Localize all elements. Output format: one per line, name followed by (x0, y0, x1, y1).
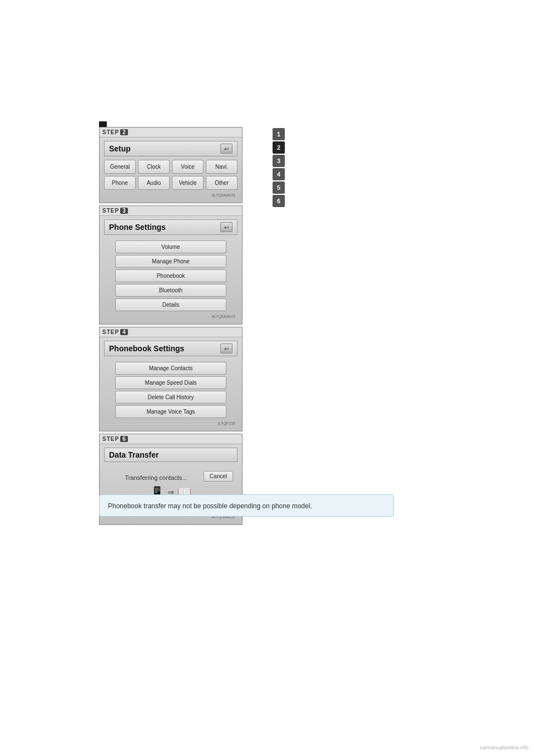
step4-panel: STEP 4 Phonebook Settings ↩ Manage Conta… (99, 327, 243, 431)
step6-title-bar: Data Transfer (104, 448, 238, 462)
info-text: Phonebook transfer may not be possible d… (108, 502, 312, 510)
step6-number: 6 (120, 436, 128, 442)
step6-prefix: STEP (102, 436, 119, 442)
phone-button[interactable]: Phone (104, 176, 136, 190)
step3-back-button[interactable]: ↩ (220, 222, 233, 232)
phone-settings-menu: Volume Manage Phone Phonebook Bluetooth … (104, 238, 238, 313)
step4-imgcode: ILYQF156 (104, 420, 238, 426)
step3-prefix: STEP (102, 208, 119, 214)
step2-label: STEP 2 (100, 127, 242, 138)
tab-2[interactable]: 2 (273, 141, 285, 154)
general-button[interactable]: General (104, 160, 136, 174)
step4-number: 4 (120, 329, 128, 335)
tab-4[interactable]: 4 (273, 168, 285, 180)
step2-content: Setup ↩ General Clock Voice Navi. Phone … (100, 138, 242, 203)
vehicle-button[interactable]: Vehicle (172, 176, 204, 190)
manage-speed-dials-button[interactable]: Manage Speed Dials (115, 376, 226, 389)
volume-button[interactable]: Volume (115, 240, 226, 253)
step2-panel: STEP 2 Setup ↩ General Clock Voice Navi.… (99, 127, 243, 203)
manage-phone-button[interactable]: Manage Phone (115, 255, 226, 268)
setup-grid: General Clock Voice Navi. Phone Audio Ve… (104, 160, 238, 190)
tab-3[interactable]: 3 (273, 155, 285, 167)
watermark: carmanualsonline.info (479, 745, 528, 750)
step2-title-bar: Setup ↩ (104, 141, 238, 156)
clock-button[interactable]: Clock (138, 160, 170, 174)
step6-label: STEP 6 (100, 434, 242, 444)
step3-content: Phone Settings ↩ Volume Manage Phone Pho… (100, 216, 242, 324)
manage-contacts-button[interactable]: Manage Contacts (115, 362, 226, 375)
manage-voice-tags-button[interactable]: Manage Voice Tags (115, 405, 226, 418)
phonebook-settings-menu: Manage Contacts Manage Speed Dials Delet… (104, 360, 238, 420)
tab-1[interactable]: 1 (273, 128, 285, 140)
delete-call-history-button[interactable]: Delete Call History (115, 391, 226, 404)
bluetooth-button[interactable]: Bluetooth (115, 284, 226, 297)
step2-title: Setup (109, 144, 131, 153)
step3-number: 3 (120, 208, 128, 214)
audio-button[interactable]: Audio (138, 176, 170, 190)
step3-panel: STEP 3 Phone Settings ↩ Volume Manage Ph… (99, 205, 243, 325)
step3-title-bar: Phone Settings ↩ (104, 219, 238, 235)
side-navigation: 1 2 3 4 5 6 (273, 128, 285, 207)
step4-back-button[interactable]: ↩ (220, 343, 233, 354)
step3-title: Phone Settings (109, 223, 166, 232)
step4-label: STEP 4 (100, 327, 242, 337)
navi-button[interactable]: Navi. (206, 160, 238, 174)
step2-number: 2 (120, 129, 128, 135)
step2-imgcode: 8LYQ5AA033 (104, 192, 238, 198)
tab-6[interactable]: 6 (273, 195, 285, 207)
tab-5[interactable]: 5 (273, 181, 285, 194)
other-button[interactable]: Other (206, 176, 238, 190)
phonebook-button[interactable]: Phonebook (115, 269, 226, 282)
step3-imgcode: 8LYQ5AA043 (104, 313, 238, 320)
screens-container: STEP 2 Setup ↩ General Clock Voice Navi.… (99, 127, 243, 527)
info-box: Phonebook transfer may not be possible d… (99, 494, 394, 517)
step4-title-bar: Phonebook Settings ↩ (104, 341, 238, 356)
details-button[interactable]: Details (115, 298, 226, 311)
step6-title: Data Transfer (109, 450, 159, 459)
step2-back-button[interactable]: ↩ (220, 144, 233, 154)
step2-prefix: STEP (102, 129, 119, 135)
cancel-button[interactable]: Cancel (204, 471, 233, 482)
step3-label: STEP 3 (100, 206, 242, 216)
step4-title: Phonebook Settings (109, 344, 184, 353)
step4-prefix: STEP (102, 329, 119, 335)
step4-content: Phonebook Settings ↩ Manage Contacts Man… (100, 337, 242, 431)
voice-button[interactable]: Voice (172, 160, 204, 174)
